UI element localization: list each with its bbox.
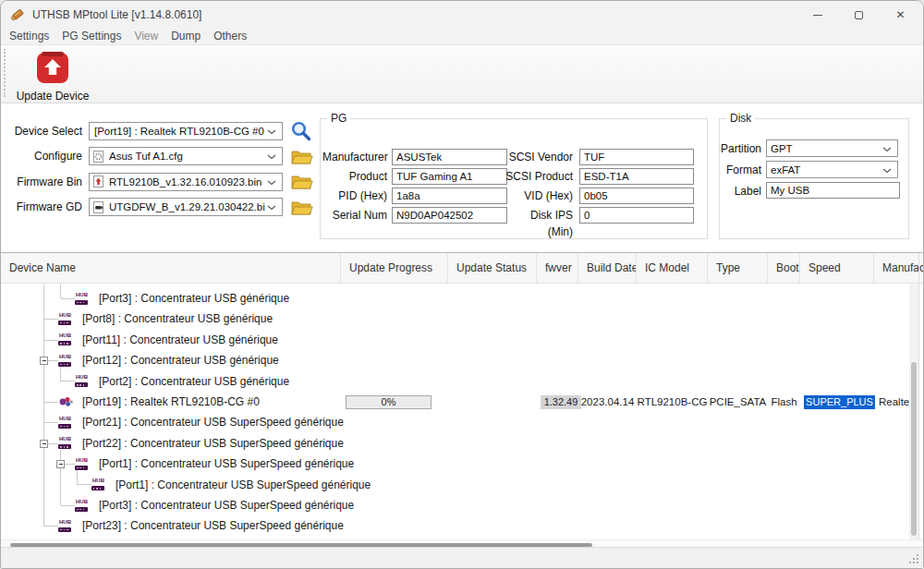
- column-header-fwver[interactable]: fwver: [537, 253, 578, 283]
- chevron-down-icon: [267, 150, 276, 163]
- scsi-vendor-field[interactable]: TUF: [579, 149, 694, 165]
- format-select[interactable]: exFAT: [766, 161, 898, 178]
- menu-item-pg-settings[interactable]: PG Settings: [55, 29, 128, 45]
- app-window: UTHSB MPtool Lite [v1.14.8.0610] ✕ Setti…: [0, 0, 924, 569]
- menu-item-others[interactable]: Others: [207, 29, 253, 45]
- configure-value: Asus Tuf A1.cfg: [104, 151, 265, 162]
- column-header-boot[interactable]: Boot: [768, 253, 800, 283]
- column-header-type[interactable]: Type: [708, 253, 768, 283]
- tree-row-port23[interactable]: HUB[Port23] : Concentrateur USB SuperSpe…: [1, 515, 909, 536]
- column-header-ic-model[interactable]: IC Model: [637, 253, 708, 283]
- tree-row-port21[interactable]: HUB[Port21] : Concentrateur USB SuperSpe…: [1, 412, 909, 432]
- window-controls: ✕: [796, 1, 921, 29]
- menu-item-dump[interactable]: Dump: [164, 29, 207, 45]
- device-select-combobox[interactable]: [Port19] : Realtek RTL9210B-CG #0: [89, 122, 283, 140]
- config-panel: Device Select[Port19] : Realtek RTL9210B…: [1, 103, 923, 252]
- vertical-scrollbar[interactable]: [909, 284, 918, 539]
- disk-label-input[interactable]: My USB: [766, 182, 900, 199]
- firmware-gd-combobox[interactable]: UTGDFW_B_v1.29.21.030422.bin: [89, 198, 283, 216]
- partition-label: Partition: [720, 140, 761, 157]
- ic-model-cell: RTL9210B-CG: [637, 392, 708, 412]
- usb-device-icon: [58, 395, 73, 411]
- hub-icon: HUB: [58, 313, 73, 329]
- menubar: SettingsPG SettingsViewDumpOthers: [1, 29, 923, 45]
- search-device-button[interactable]: [287, 119, 315, 143]
- tree-line: [43, 443, 44, 527]
- toolbar-gripper[interactable]: [4, 49, 6, 97]
- tree-row-port12[interactable]: HUB[Port12] : Concentrateur USB génériqu…: [1, 350, 909, 370]
- app-icon: [9, 6, 26, 23]
- titlebar: UTHSB MPtool Lite [v1.14.8.0610] ✕: [1, 1, 923, 29]
- device-name: [Port12] : Concentrateur USB générique: [82, 350, 279, 370]
- menu-item-view[interactable]: View: [128, 29, 164, 45]
- tree-row-port2[interactable]: HUB[Port2] : Concentrateur USB générique: [1, 371, 909, 392]
- partition-value: GPT: [767, 143, 882, 154]
- firmware-bin-label: Firmware Bin: [1, 173, 82, 191]
- device-name: [Port1] : Concentrateur USB SuperSpeed g…: [116, 475, 371, 495]
- column-header-update-progress[interactable]: Update Progress: [341, 253, 448, 283]
- column-header-build-date[interactable]: Build Date: [578, 253, 637, 283]
- minimize-button[interactable]: [796, 1, 838, 29]
- pg-groupbox: PG ManufacturerASUSTekProductTUF Gaming …: [320, 118, 708, 239]
- column-header-speed[interactable]: Speed: [800, 253, 874, 283]
- pid-hex-field[interactable]: 1a8a: [392, 188, 507, 204]
- resize-grip[interactable]: [909, 554, 918, 563]
- tree-collapse-icon[interactable]: [56, 460, 65, 468]
- browse-configure-button[interactable]: [287, 144, 315, 168]
- table-header: Device NameUpdate ProgressUpdate Statusf…: [1, 253, 924, 284]
- close-icon: ✕: [895, 9, 905, 20]
- chevron-down-icon: [267, 176, 276, 188]
- scsi-product-field[interactable]: ESD-T1A: [579, 168, 694, 185]
- device-name: [Port21] : Concentrateur USB SuperSpeed …: [82, 412, 344, 432]
- device-tree: HUB[Port3] : Concentrateur USB générique…: [1, 284, 909, 539]
- update-progress-bar: 0%: [346, 395, 432, 409]
- tree-row-port19[interactable]: [Port19] : Realtek RTL9210B-CG #00%1.32.…: [1, 392, 909, 412]
- serial-num-field[interactable]: N9D0AP042502: [392, 207, 507, 224]
- hub-icon: HUB: [75, 500, 90, 515]
- tree-row-port8[interactable]: HUB[Port8] : Concentrateur USB générique: [1, 309, 909, 329]
- device-name: [Port22] : Concentrateur USB SuperSpeed …: [82, 433, 344, 454]
- chevron-down-icon: [267, 125, 276, 138]
- column-header-device-name[interactable]: Device Name: [1, 253, 341, 283]
- tree-row-port1[interactable]: HUB[Port1] : Concentrateur USB SuperSpee…: [1, 454, 909, 474]
- tree-collapse-icon[interactable]: [40, 357, 48, 365]
- close-button[interactable]: ✕: [880, 1, 921, 29]
- config-row-configure: ConfigureAsus Tuf A1.cfg: [1, 147, 320, 165]
- maximize-button[interactable]: [838, 1, 880, 29]
- hub-icon: HUB: [58, 417, 73, 432]
- config-row-device-select: Device Select[Port19] : Realtek RTL9210B…: [1, 122, 320, 140]
- format-label: Format: [720, 162, 761, 178]
- vid-hex-label: VID (Hex): [504, 188, 573, 204]
- firmware-bin-combobox[interactable]: RTL9210B_v1.32.16.010923.bin: [89, 173, 283, 191]
- update-device-button[interactable]: Update Device: [12, 49, 93, 101]
- tree-row-port22[interactable]: HUB[Port22] : Concentrateur USB SuperSpe…: [1, 433, 909, 454]
- manufacturer-cell: Realtek: [879, 392, 909, 412]
- browse-firmware-gd-button[interactable]: [287, 195, 315, 219]
- disk-ips-min-field[interactable]: 0: [579, 207, 694, 224]
- scsi-vendor-label: SCSI Vendor: [504, 149, 573, 165]
- tree-row-port3[interactable]: HUB[Port3] : Concentrateur USB générique: [1, 288, 909, 309]
- device-name: [Port1] : Concentrateur USB SuperSpeed g…: [99, 454, 354, 474]
- hub-icon: HUB: [91, 478, 106, 494]
- tree-row-port3[interactable]: HUB[Port3] : Concentrateur USB SuperSpee…: [1, 495, 909, 515]
- firmware-gd-label: Firmware GD: [1, 198, 82, 216]
- column-header-manufacturer[interactable]: Manufacturer: [874, 253, 924, 283]
- tree-row-port11[interactable]: HUB[Port11] : Concentrateur USB génériqu…: [1, 330, 909, 350]
- column-header-update-status[interactable]: Update Status: [448, 253, 537, 283]
- firmware-gd-value: UTGDFW_B_v1.29.21.030422.bin: [104, 201, 265, 212]
- firmware-bin-value: RTL9210B_v1.32.16.010923.bin: [104, 176, 265, 188]
- partition-select[interactable]: GPT: [766, 139, 898, 157]
- device-name: [Port2] : Concentrateur USB générique: [99, 371, 289, 392]
- vid-hex-field[interactable]: 0b05: [579, 188, 694, 204]
- menu-item-settings[interactable]: Settings: [3, 29, 55, 45]
- browse-firmware-bin-button[interactable]: [287, 170, 315, 194]
- firmware-file-icon: [92, 175, 104, 188]
- product-field[interactable]: TUF Gaming A1: [392, 168, 507, 185]
- vertical-scrollbar-thumb[interactable]: [911, 362, 917, 536]
- tree-collapse-icon[interactable]: [40, 440, 48, 448]
- hub-icon: HUB: [58, 520, 73, 536]
- label-label: Label: [720, 183, 761, 200]
- tree-row-port1[interactable]: HUB[Port1] : Concentrateur USB SuperSpee…: [1, 475, 909, 495]
- configure-combobox[interactable]: Asus Tuf A1.cfg: [89, 147, 283, 165]
- manufacturer-field[interactable]: ASUSTek: [392, 149, 507, 165]
